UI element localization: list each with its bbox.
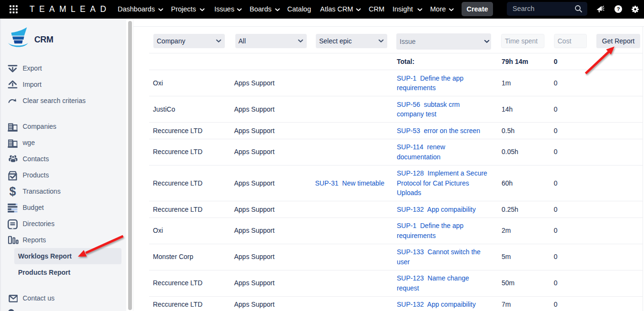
svg-text:?: ? xyxy=(616,6,620,12)
